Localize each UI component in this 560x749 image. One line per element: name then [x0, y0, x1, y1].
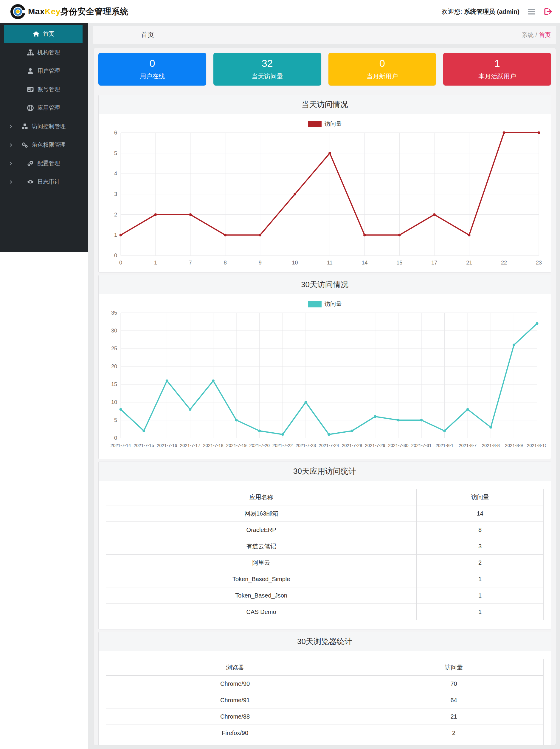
- data-point: [538, 131, 540, 134]
- stat-label: 用户在线: [98, 72, 206, 81]
- x-tick-label: 2021-7-30: [388, 443, 408, 448]
- sidebar-item-org[interactable]: 机构管理: [4, 43, 83, 62]
- sidebar-item-config[interactable]: 配置管理: [4, 154, 83, 173]
- welcome-text: 欢迎您: 系统管理员 (admin): [442, 7, 519, 16]
- data-point: [189, 408, 191, 411]
- data-point: [489, 426, 492, 429]
- y-tick-label: 30: [111, 328, 117, 334]
- x-tick-label: 2021-7-29: [365, 443, 385, 448]
- data-point: [189, 213, 192, 216]
- sidebar-item-role[interactable]: 角色权限管理: [4, 136, 83, 154]
- x-tick-label: 2021-7-15: [134, 443, 154, 448]
- data-point: [420, 419, 423, 422]
- x-tick-label: 0: [119, 260, 122, 266]
- 30day-visits-line-chart: 051015202530352021-7-142021-7-152021-7-1…: [104, 308, 546, 455]
- x-tick-label: 15: [396, 260, 402, 266]
- data-point: [397, 419, 400, 422]
- sidebar-item-audit[interactable]: 日志审计: [4, 173, 83, 191]
- y-tick-label: 6: [114, 130, 117, 136]
- logout-button[interactable]: [544, 8, 552, 16]
- data-point: [119, 408, 122, 411]
- sidebar-item-account[interactable]: 账号管理: [4, 80, 83, 99]
- stat-value: 32: [214, 57, 321, 69]
- chart-legend-30day[interactable]: 访问量: [104, 300, 546, 308]
- row-value-cell: 14: [417, 506, 544, 522]
- stat-label: 当月新用户: [329, 72, 436, 81]
- x-tick-label: 2021-8-8: [482, 443, 500, 448]
- sidebar-item-label: 访问控制管理: [32, 123, 66, 130]
- breadcrumb-root-link[interactable]: 系统: [521, 31, 534, 38]
- stat-label: 当天访问量: [214, 72, 321, 81]
- logout-icon: [544, 8, 552, 16]
- row-value-cell: 64: [364, 692, 544, 708]
- sidebar-item-access[interactable]: 访问控制管理: [4, 117, 83, 136]
- row-name-cell: Token_Based_Json: [106, 587, 417, 604]
- row-value-cell: 70: [364, 676, 544, 692]
- stat-card-month-active-users: 1本月活跃用户: [443, 53, 551, 86]
- legend-label: 访问量: [324, 300, 341, 308]
- y-tick-label: 1: [114, 232, 117, 238]
- row-value-cell: 21: [364, 708, 544, 725]
- sidebar-item-label: 机构管理: [38, 49, 60, 56]
- stat-value: 1: [443, 57, 551, 69]
- cogs-icon: [27, 160, 34, 167]
- sidebar-item-home[interactable]: 首页: [4, 25, 83, 43]
- stat-card-month-new-users: 0当月新用户: [329, 53, 436, 86]
- row-value-cell: 2: [364, 725, 544, 741]
- x-tick-label: 17: [431, 260, 437, 266]
- main-content: 首页 系统/首页 0用户在线32当天访问量0当月新用户1本月活跃用户 当天访问情…: [88, 23, 560, 749]
- stat-card-online-users: 0用户在线: [98, 53, 206, 86]
- x-tick-label: 2021-8-7: [459, 443, 476, 448]
- data-point: [503, 131, 506, 134]
- legend-swatch: [308, 301, 321, 307]
- table-row: 有道云笔记3: [106, 538, 544, 555]
- chevron-right-icon: [9, 180, 13, 184]
- table-row: OracleERP8: [106, 522, 544, 538]
- y-tick-label: 2: [114, 212, 117, 218]
- row-value-cell: 1: [417, 571, 544, 587]
- sidebar-item-label: 配置管理: [38, 159, 60, 167]
- y-tick-label: 0: [114, 435, 117, 441]
- sidebar-item-app[interactable]: 应用管理: [4, 99, 83, 117]
- sidebar-item-label: 账号管理: [38, 86, 60, 93]
- stat-value: 0: [98, 57, 206, 69]
- chart-legend-today[interactable]: 访问量: [104, 120, 546, 128]
- row-name-cell: CAS Demo: [106, 604, 417, 620]
- x-tick-label: 14: [361, 260, 367, 266]
- chevron-right-icon: [9, 143, 13, 147]
- hamburger-icon: [528, 8, 536, 15]
- breadcrumb-current-link[interactable]: 首页: [539, 31, 551, 38]
- menu-toggle-button[interactable]: [528, 8, 536, 15]
- table-header-cell: 浏览器: [106, 659, 364, 676]
- today-visits-line-chart: 0123456017891011141517212223: [104, 129, 546, 269]
- panel-30day-visits: 30天访问情况 访问量 051015202530352021-7-142021-…: [98, 275, 551, 459]
- data-point: [374, 415, 376, 418]
- data-point: [259, 234, 261, 236]
- data-point: [363, 234, 366, 236]
- sidebar-item-user[interactable]: 用户管理: [4, 62, 83, 80]
- row-name-cell: Firefox/84: [106, 741, 364, 746]
- globe-icon: [27, 104, 34, 111]
- x-tick-label: 2021-7-20: [249, 443, 269, 448]
- x-tick-label: 2021-7-19: [226, 443, 246, 448]
- x-tick-label: 2021-8-9: [505, 443, 523, 448]
- browser-visits-table: 浏览器访问量Chrome/9070Chrome/9164Chrome/8821F…: [106, 659, 544, 745]
- sidebar-item-label: 用户管理: [38, 67, 60, 75]
- row-name-cell: Chrome/90: [106, 676, 364, 692]
- table-row: CAS Demo1: [106, 604, 544, 620]
- x-tick-label: 7: [189, 260, 192, 266]
- gears-icon: [21, 141, 28, 149]
- page-title: 首页: [141, 30, 154, 39]
- y-tick-label: 4: [114, 171, 117, 176]
- table-row: 阿里云2: [106, 555, 544, 571]
- panel-today-visits: 当天访问情况 访问量 0123456017891011141517212223: [98, 95, 551, 273]
- x-tick-label: 2021-7-18: [203, 443, 223, 448]
- panel-today-visits-title: 当天访问情况: [99, 95, 551, 114]
- sidebar-item-label: 应用管理: [38, 104, 60, 112]
- data-point: [466, 408, 469, 411]
- data-point: [433, 213, 436, 216]
- x-tick-label: 2021-7-23: [296, 443, 316, 448]
- table-row: Firefox/841: [106, 741, 544, 746]
- row-name-cell: OracleERP: [106, 522, 417, 538]
- data-point: [224, 234, 226, 236]
